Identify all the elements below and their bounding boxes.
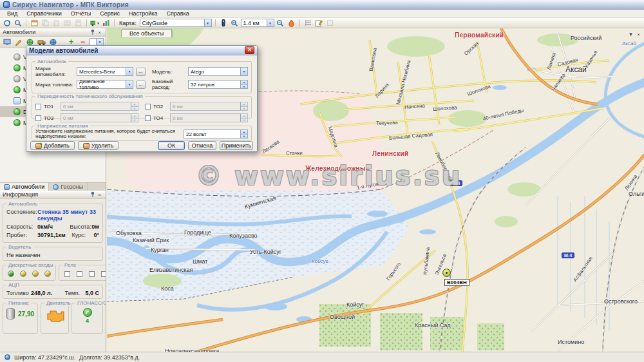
to-checkbox[interactable]	[35, 115, 41, 121]
main-toolbar: ▼ Карта: CityGuide ▼ 1.4 км ▼	[0, 18, 644, 28]
map-provider-combo[interactable]: CityGuide ▼	[140, 19, 212, 27]
delete-icon	[83, 143, 90, 149]
chevron-down-icon[interactable]: ▼	[126, 68, 133, 75]
to-checkbox[interactable]	[35, 104, 41, 110]
chevron-down-icon[interactable]: ▼	[126, 81, 133, 88]
fuel-browse-button[interactable]: ...	[136, 81, 146, 89]
dialog-vehicle-group: Автомобиль Марка автомобиля: Mercedes-Be…	[32, 61, 252, 93]
vehicle-status-icon	[14, 53, 21, 61]
globe-icon	[5, 354, 10, 360]
discrete-input-led	[44, 271, 51, 277]
consumption-label: Базовый расход:	[152, 79, 185, 90]
refresh-icon[interactable]	[2, 19, 12, 27]
to-checkbox[interactable]	[145, 104, 151, 110]
calendar-icon[interactable]	[30, 19, 39, 27]
discrete-input-led	[20, 271, 26, 277]
menu-item-2[interactable]: Отчёты	[66, 10, 95, 17]
chart-icon[interactable]	[101, 19, 111, 27]
legend-icon[interactable]	[303, 19, 313, 27]
track-marker-icon[interactable]	[219, 19, 229, 27]
model-label: Модель:	[152, 69, 185, 75]
follow-vehicle-icon[interactable]	[287, 19, 296, 27]
temp-value: 5,0 C	[85, 290, 99, 296]
voltage-spinner[interactable]: 22 вольт▲▼	[184, 129, 248, 138]
brand-browse-button[interactable]: ...	[136, 68, 146, 76]
tab-all-objects[interactable]: Все объекты	[121, 29, 172, 37]
ok-button[interactable]: ОК	[158, 141, 185, 150]
close-icon[interactable]: ×	[637, 32, 640, 37]
apply-button[interactable]: Применить	[220, 141, 253, 150]
gps-group: ГЛОНАСС/GPS 4	[71, 303, 103, 334]
fuel-combo[interactable]: Дизельное топливо▼	[77, 80, 133, 89]
relay-checkbox[interactable]	[89, 271, 95, 277]
model-combo[interactable]: Atego▼	[188, 67, 248, 76]
relay-checkbox[interactable]	[101, 271, 106, 277]
group-caption: АЦП	[6, 282, 21, 288]
vehicle-status-icon	[14, 86, 21, 93]
driver-value: Не назначен	[6, 252, 99, 258]
menu-item-3[interactable]: Сервис	[95, 10, 124, 17]
to-checkbox[interactable]	[145, 115, 151, 121]
group-caption: Водитель	[6, 244, 33, 250]
monitor-icon[interactable]	[2, 38, 12, 46]
cancel-button[interactable]: Отмена	[188, 141, 216, 150]
edit-notes-icon[interactable]	[314, 19, 324, 27]
add-button[interactable]: Добавить	[30, 141, 75, 150]
group-caption: Автомобиль	[6, 201, 39, 207]
chevron-down-icon[interactable]: ▼	[240, 68, 247, 75]
sidebar-header: Автомобили ×	[0, 28, 106, 37]
menu-bar: ВидСправочникиОтчётыСервисНастройкаСправ…	[0, 10, 644, 18]
to-label: ТО3	[44, 115, 58, 121]
maintenance-row: ТО2 0 км▲▼	[145, 102, 248, 111]
menu-item-1[interactable]: Справочники	[22, 10, 66, 17]
truck-filter-icon[interactable]: ▼	[90, 19, 100, 27]
tab-geozones[interactable]: Геозоны	[49, 183, 88, 191]
edit-icon[interactable]	[14, 38, 23, 46]
group-caption: ГЛОНАСС/GPS	[75, 300, 106, 306]
menu-item-0[interactable]: Вид	[3, 10, 22, 17]
chevron-down-icon[interactable]: ▼	[267, 19, 274, 26]
battery-icon	[6, 308, 15, 319]
scale-combo[interactable]: 1.4 км ▼	[241, 19, 274, 27]
toolbar-separator	[26, 19, 26, 26]
menu-item-4[interactable]: Настройка	[124, 10, 162, 17]
power-group: Питание 27,90	[3, 303, 38, 334]
chevron-down-icon[interactable]: ▼	[628, 32, 633, 37]
dialog-title-bar[interactable]: Модели автомобилей ✕	[26, 46, 257, 55]
fuel-type-label: Марка топлива:	[35, 82, 74, 88]
brand-combo[interactable]: Mercedes-Benz▼	[77, 67, 133, 76]
altitude-value: 0м	[91, 224, 99, 230]
relay-checkbox[interactable]	[77, 271, 82, 277]
vehicle-marker[interactable]	[442, 269, 451, 277]
tab-vehicles[interactable]: Автомобили	[0, 183, 49, 191]
maintenance-row: ТО4 0 км▲▼	[145, 113, 248, 122]
copy-icon	[41, 19, 50, 27]
engine-group: Двигатель	[41, 303, 69, 334]
map-provider-label: Карта:	[119, 20, 137, 26]
chevron-down-icon: ▼	[97, 21, 100, 25]
vehicle-status-icon	[14, 64, 21, 71]
zoom-in-icon[interactable]	[230, 19, 240, 27]
search-icon[interactable]	[13, 19, 23, 27]
group-caption: Реле	[62, 262, 78, 268]
delete-button[interactable]: Удалить	[78, 141, 118, 150]
pin-icon[interactable]	[89, 191, 96, 198]
relay-checkbox[interactable]	[64, 271, 70, 277]
consumption-spinner[interactable]: 32 литров▲▼	[188, 80, 248, 89]
zoom-out-icon[interactable]	[276, 19, 285, 27]
pin-icon[interactable]	[89, 29, 96, 36]
chevron-down-icon[interactable]: ▼	[204, 19, 211, 26]
map-provider-value: CityGuide	[142, 20, 168, 26]
bottom-tabs: Автомобили Геозоны	[0, 182, 106, 191]
longitude-value: Долгота: 39.42353°в.д.	[79, 354, 140, 361]
maintenance-row: ТО3 0 км▲▼	[35, 113, 138, 122]
vehicle-status-icon	[14, 97, 21, 104]
close-icon[interactable]: ×	[96, 30, 103, 35]
menu-item-5[interactable]: Справка	[162, 10, 193, 17]
close-icon[interactable]: ×	[96, 192, 103, 198]
driver-group: Водитель Не назначен	[3, 247, 103, 261]
close-icon[interactable]: ✕	[245, 46, 254, 54]
altitude-label: Высота:	[70, 224, 91, 230]
add-icon	[35, 143, 42, 149]
to-interval-field: 0 км▲▼	[61, 102, 138, 111]
